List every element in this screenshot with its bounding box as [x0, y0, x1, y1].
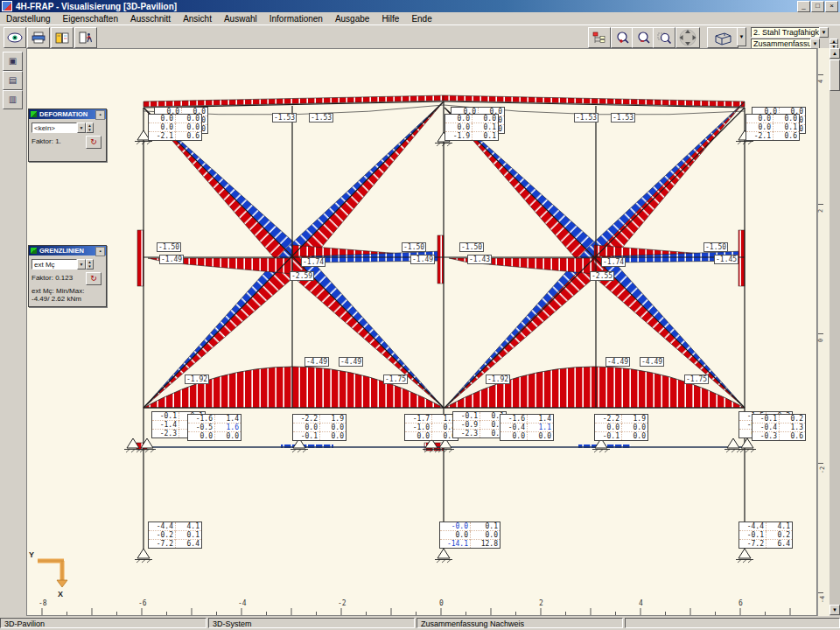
chevron-down-icon[interactable]: ▼ [77, 122, 86, 133]
result-value-box: 0.00.00.00.1-1.90.1 [444, 114, 499, 141]
result-value-cell: -14.1 [440, 540, 470, 548]
vertical-scrollbar[interactable]: ▲ ▼ [830, 48, 840, 616]
result-value-cell: 0.1 [175, 531, 201, 540]
result-value-cell: -0.0 [440, 522, 470, 531]
result-value-cell: -1.7 [405, 415, 431, 424]
deformation-panel-title: DEFORMATION [39, 110, 88, 118]
ruler-x-4: 4 [639, 599, 643, 607]
chevron-down-icon[interactable]: ▼ [77, 259, 86, 270]
menu-eigenschaften[interactable]: Eigenschaften [57, 13, 124, 24]
deformation-select[interactable]: <kein> [32, 122, 77, 133]
visualization-canvas[interactable]: Y X -8 -6 -4 -2 0 2 4 6 -1.53-1.53-1.53-… [26, 48, 817, 616]
zoom-out-button[interactable] [632, 27, 654, 48]
view-eye-button[interactable] [4, 27, 26, 48]
result-value-cell: 0.0 [746, 123, 773, 132]
exit-button[interactable] [74, 27, 97, 48]
menu-darstellung[interactable]: Darstellung [0, 13, 57, 24]
draw-tool-button[interactable]: ▤ [3, 71, 23, 90]
result-value-cell: 0.0 [500, 432, 527, 440]
result-value-cell: 0.0 [527, 432, 553, 440]
zoom-in-button[interactable] [611, 27, 634, 48]
moment-value-label: -1.50 [459, 242, 484, 252]
title-bar[interactable]: 4H-FRAP - Visualisierung [3D-Pavilion] _… [0, 0, 840, 12]
result-value-cell: 0.0 [188, 432, 214, 440]
loadcase-dropdown-arrow[interactable]: ▼ [819, 27, 829, 38]
moment-value-label: -1.75 [684, 374, 709, 384]
bottom-ruler-ticks [42, 608, 790, 615]
menu-hilfe[interactable]: Hilfe [375, 13, 405, 24]
structure-tree-button[interactable] [588, 27, 611, 48]
window-title: 4H-FRAP - Visualisierung [3D-Pavilion] [16, 2, 177, 11]
grenzlinien-select[interactable]: ext Mç [32, 259, 77, 270]
axis-y-label: Y [29, 550, 34, 559]
loadcase-combo[interactable]: 2. Stahl Tragfähigkeit (Th. 2. O [751, 27, 828, 38]
result-value-cell: -7.2 [149, 540, 175, 548]
pan-pad[interactable] [676, 27, 700, 48]
view-3d-button[interactable] [707, 27, 738, 48]
deformation-spinner[interactable]: ▲▼ [86, 122, 94, 133]
ruler-x-2: 2 [539, 599, 543, 607]
result-value-cell: 1.9 [319, 415, 346, 424]
menu-ausgabe[interactable]: Ausgabe [329, 13, 375, 24]
status-result: Zusammenfassung Nachweis [416, 618, 623, 628]
vertical-ruler: 4 2 0 -2 -4 [817, 48, 830, 616]
result-value-cell: 0.6 [779, 432, 805, 440]
menu-ausschnitt[interactable]: Ausschnitt [124, 13, 177, 24]
deformation-panel[interactable]: DEFORMATION ▪ <kein>▼▲▼ Faktor: 1. ↻ [28, 108, 107, 162]
maximize-button[interactable]: □ [811, 1, 824, 12]
structure-tree-icon [592, 32, 606, 44]
result-value-cell: 0.0 [621, 424, 648, 432]
zoom-out-icon [636, 32, 651, 45]
moment-value-label: -2.59 [290, 271, 314, 281]
result-value-cell: 6.4 [175, 540, 201, 548]
result-value-cell: -0.5 [188, 424, 214, 432]
grenzlinien-factor-value: 0.123 [55, 274, 73, 282]
panel-icon [31, 111, 37, 117]
minimize-button[interactable]: _ [797, 1, 810, 12]
result-value-cell: -1.6 [188, 415, 214, 424]
result-value-cell: 1.9 [621, 415, 648, 424]
scroll-up-arrow[interactable]: ▲ [830, 48, 840, 59]
result-value-cell: 0.0 [470, 531, 500, 540]
moment-value-label: -4.49 [304, 357, 329, 367]
result-value-cell: 4.1 [175, 522, 201, 531]
grenzlinien-panel-close-icon[interactable]: ▪ [95, 247, 105, 256]
grenzlinien-panel[interactable]: GRENZLINIEN ▪ ext Mç▼▲▼ Faktor: 0.123 ↻ … [28, 245, 107, 307]
deformation-panel-close-icon[interactable]: ▪ [95, 110, 105, 120]
close-button[interactable]: × [825, 1, 838, 12]
result-value-cell: -2.1 [746, 132, 773, 140]
print-button[interactable] [27, 27, 50, 48]
menu-informationen[interactable]: Informationen [263, 13, 329, 24]
info-tool-button[interactable]: ▥ [3, 90, 23, 109]
ruler-x--6: -6 [138, 599, 147, 607]
result-value-cell: 0.0 [621, 432, 648, 440]
menu-ansicht[interactable]: Ansicht [177, 13, 218, 24]
result-value-cell: 0.0 [773, 115, 799, 123]
deformation-refresh-button[interactable]: ↻ [86, 136, 102, 149]
moment-parabola-left [144, 367, 444, 408]
menu-ende[interactable]: Ende [405, 13, 438, 24]
moment-parabola-right [444, 367, 745, 408]
select-tool-button[interactable]: ▣ [3, 52, 23, 71]
result-value-cell: 1.3 [779, 424, 805, 432]
grenzlinien-panel-titlebar[interactable]: GRENZLINIEN ▪ [29, 246, 106, 256]
result-value-cell: 0.0 [214, 432, 241, 440]
zoom-window-button[interactable] [653, 27, 676, 48]
result-value-cell: 0.1 [472, 132, 498, 140]
scroll-down-arrow[interactable]: ▼ [830, 605, 840, 615]
result-value-cell: 0.0 [149, 115, 175, 123]
grenzlinien-spinner[interactable]: ▲▼ [86, 259, 94, 270]
menu-auswahl[interactable]: Auswahl [218, 13, 263, 24]
result-value-cell: 0.0 [595, 424, 621, 432]
deformation-factor-label: Faktor: [32, 137, 53, 145]
result-value-cell: 0.0 [440, 531, 470, 540]
moment-value-label: -1.53 [574, 113, 598, 122]
view-3d-dropdown-arrow[interactable]: ▼ [737, 27, 746, 46]
scroll-thumb[interactable] [830, 60, 840, 91]
help-book-button[interactable] [51, 27, 74, 48]
moment-value-label: -1.50 [402, 242, 426, 252]
grenzlinien-refresh-button[interactable]: ↻ [86, 272, 102, 285]
deformation-panel-titlebar[interactable]: DEFORMATION ▪ [29, 109, 106, 119]
result-value-box: -0.10.1-0.90.4-2.30.0 [452, 411, 507, 438]
axis-x-label: X [58, 590, 63, 598]
